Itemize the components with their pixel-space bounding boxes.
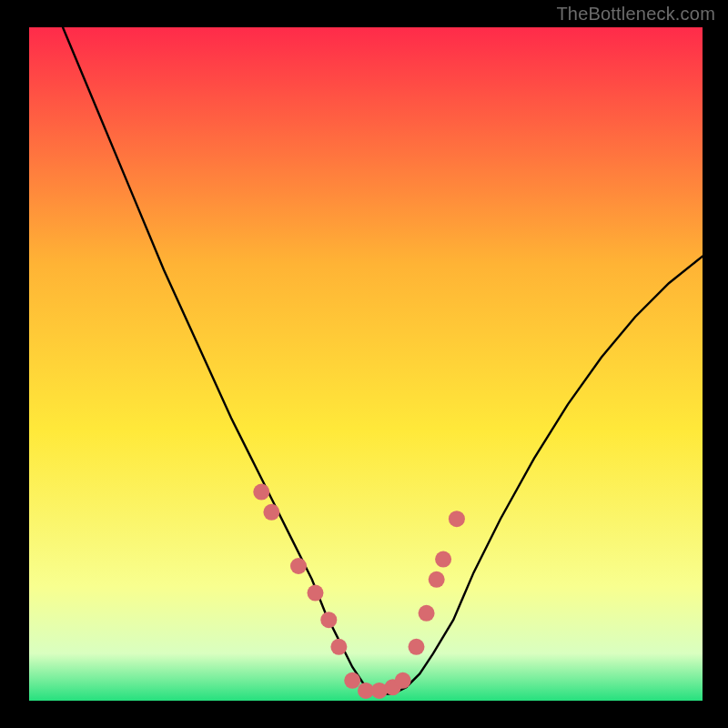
highlight-dot	[449, 511, 465, 527]
chart-stage: TheBottleneck.com	[0, 0, 728, 728]
highlight-dot	[290, 558, 307, 574]
highlight-dot	[320, 612, 337, 628]
watermark-text: TheBottleneck.com	[556, 4, 715, 25]
highlight-dot	[263, 504, 279, 521]
highlight-dot	[330, 639, 347, 655]
highlight-dot	[253, 484, 269, 500]
highlight-dot	[429, 571, 445, 588]
highlight-dot	[409, 639, 425, 655]
bottleneck-chart	[0, 0, 728, 728]
highlight-dot	[395, 672, 411, 689]
highlight-dot	[419, 605, 435, 622]
highlight-dot	[435, 551, 451, 568]
plot-bg	[29, 27, 703, 701]
highlight-dot	[344, 672, 360, 689]
highlight-dot	[308, 585, 324, 602]
